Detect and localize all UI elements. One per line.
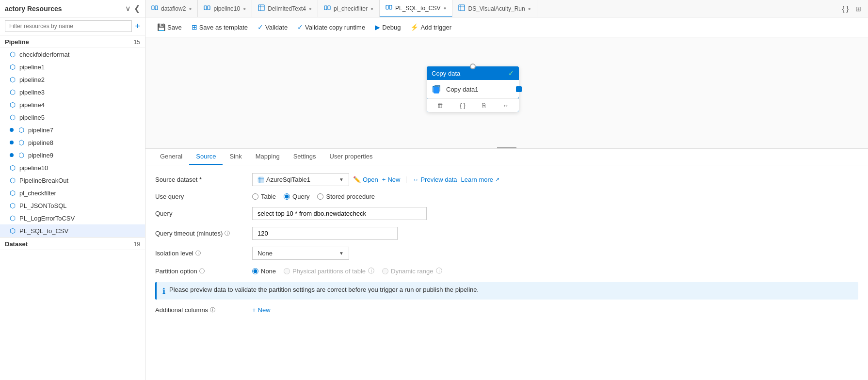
save-label: Save (167, 24, 182, 31)
filter-input[interactable] (5, 20, 132, 32)
open-dataset-button[interactable]: ✏️ Open (353, 176, 378, 183)
svg-rect-2 (204, 6, 207, 10)
copy-data-node[interactable]: Copy data ✓ Copy data1 🗑 { } ⎘ ↔ (427, 66, 519, 112)
pipeline-item[interactable]: ⬡ PipelineBreakOut (0, 174, 145, 187)
tab-general[interactable]: General (153, 149, 189, 165)
partition-option-row: Partition option ⓘ None Physical partiti… (155, 267, 858, 275)
tab-user-properties[interactable]: User properties (323, 149, 380, 165)
partition-physical[interactable]: Physical partitions of table ⓘ (284, 267, 374, 275)
validate-copy-button[interactable]: ✓ Validate copy runtime (293, 21, 369, 33)
save-template-button[interactable]: ⊞ Save as template (188, 21, 252, 33)
pipeline-name: PL_JSONToSQL (19, 202, 67, 209)
dot-indicator (10, 153, 14, 157)
node-delete-icon[interactable]: 🗑 (434, 101, 446, 110)
pipeline-item[interactable]: ⬡ pipeline1 (0, 61, 145, 73)
code-view-button[interactable]: { } (840, 4, 851, 14)
partition-dynamic-input[interactable] (382, 268, 388, 274)
debug-button[interactable]: ▶ Debug (371, 21, 404, 33)
pipeline-item[interactable]: ⬡ checkfolderformat (0, 48, 145, 61)
save-template-label: Save as template (199, 24, 248, 31)
tab-mapping[interactable]: Mapping (249, 149, 287, 165)
radio-table-input[interactable] (252, 193, 258, 200)
pipeline-item[interactable]: ⬡ PL_LogErrorToCSV (0, 212, 145, 224)
query-timeout-info-icon[interactable]: ⓘ (225, 230, 230, 237)
partition-option-label: Partition option ⓘ (155, 268, 252, 275)
isolation-level-info-icon[interactable]: ⓘ (195, 250, 201, 257)
pipeline-item[interactable]: ⬡ pipeline7 (0, 124, 145, 136)
collapse-left-icon[interactable]: ❮ (134, 4, 140, 13)
tab-ds-visualacuity-close[interactable]: ● (528, 6, 531, 11)
validate-copy-label: Validate copy runtime (305, 24, 365, 31)
tab-pipeline10-close[interactable]: ● (243, 6, 246, 11)
pipeline-item[interactable]: ⬡ pipeline8 (0, 136, 145, 149)
tab-dataflow2[interactable]: dataflow2 ● (145, 0, 198, 17)
learn-more-link[interactable]: Learn more ↗ (461, 176, 499, 183)
tab-source[interactable]: Source (189, 149, 223, 165)
tab-pl-sql-to-csv[interactable]: PL_SQL_to_CSV ● (380, 0, 452, 17)
node-clone-icon[interactable]: ⎘ (479, 101, 489, 110)
partition-none-input[interactable] (252, 268, 258, 274)
partition-physical-input[interactable] (284, 268, 290, 274)
info-bar-message: Please preview data to validate the part… (169, 286, 479, 293)
tab-pl-checkfilter[interactable]: pl_checkfilter ● (318, 0, 380, 17)
isolation-level-dropdown[interactable]: None ▼ (252, 247, 349, 260)
partition-none[interactable]: None (252, 268, 276, 275)
radio-stored-procedure[interactable]: Stored procedure (317, 193, 374, 200)
canvas-area[interactable]: Copy data ✓ Copy data1 🗑 { } ⎘ ↔ (145, 37, 868, 149)
tab-sink[interactable]: Sink (223, 149, 248, 165)
preview-data-button[interactable]: ↔ Preview data (412, 176, 457, 183)
main-area: dataflow2 ● pipeline10 ● DelimitedText4 … (145, 0, 868, 380)
pipeline-item[interactable]: ⬡ pipeline10 (0, 161, 145, 174)
pipeline-item-active[interactable]: ⬡ PL_SQL_to_CSV (0, 224, 145, 237)
radio-stored-procedure-input[interactable] (317, 193, 323, 200)
pipeline-item[interactable]: ⬡ pipeline4 (0, 98, 145, 111)
pipeline-section-header[interactable]: Pipeline 15 (0, 35, 145, 48)
partition-dynamic[interactable]: Dynamic range ⓘ (382, 267, 442, 275)
split-view-button[interactable]: ⊞ (853, 4, 863, 14)
source-dataset-dropdown[interactable]: AzureSqlTable1 ▼ (252, 173, 349, 186)
radio-query-input[interactable] (284, 193, 290, 200)
query-timeout-input[interactable] (252, 227, 398, 240)
pipeline-item[interactable]: ⬡ pipeline9 (0, 149, 145, 161)
additional-columns-row: Additional columns ⓘ + New (155, 306, 858, 314)
pipeline-item[interactable]: ⬡ PL_JSONToSQL (0, 199, 145, 212)
sidebar-title: actory Resources (5, 5, 62, 13)
collapse-icon[interactable]: ∨ (125, 4, 131, 13)
tab-pl-checkfilter-close[interactable]: ● (370, 6, 373, 11)
new-dataset-button[interactable]: + New (382, 176, 401, 183)
pipeline-item[interactable]: ⬡ pipeline2 (0, 73, 145, 86)
pipeline-icon: ⬡ (10, 88, 16, 96)
pipeline-icon: ⬡ (10, 63, 16, 71)
add-new-column-button[interactable]: + New (252, 306, 271, 314)
pipeline-item[interactable]: ⬡ pipeline5 (0, 111, 145, 124)
validate-button[interactable]: ✓ Validate (254, 21, 291, 33)
radio-query[interactable]: Query (284, 193, 309, 200)
add-resource-button[interactable]: + (135, 21, 140, 32)
partition-physical-info-icon[interactable]: ⓘ (368, 267, 374, 275)
tab-pl-sql-to-csv-close[interactable]: ● (443, 5, 446, 11)
tab-delimitedtext4[interactable]: DelimitedText4 ● (252, 0, 318, 17)
partition-option-info-icon[interactable]: ⓘ (199, 268, 205, 275)
tab-dataflow2-close[interactable]: ● (189, 6, 192, 11)
debug-label: Debug (382, 24, 401, 31)
node-title: Copy data (432, 70, 460, 77)
additional-columns-info-icon[interactable]: ⓘ (210, 306, 215, 314)
tab-pipeline10[interactable]: pipeline10 ● (198, 0, 252, 17)
tab-ds-visualacuity-icon (458, 4, 465, 13)
tab-ds-visualacuity[interactable]: DS_VisualAcuity_Run ● (452, 0, 537, 17)
svg-rect-4 (258, 5, 264, 11)
save-button[interactable]: 💾 Save (153, 21, 186, 33)
validate-icon: ✓ (257, 23, 263, 31)
radio-table[interactable]: Table (252, 193, 276, 200)
dataset-section-header[interactable]: Dataset 19 (0, 237, 145, 250)
pipeline-item[interactable]: ⬡ pipeline3 (0, 86, 145, 98)
pipeline-name: pipeline9 (28, 152, 53, 159)
node-link-icon[interactable]: ↔ (499, 101, 512, 110)
partition-dynamic-info-icon[interactable]: ⓘ (436, 267, 442, 275)
pipeline-item[interactable]: ⬡ pl_checkfilter (0, 187, 145, 199)
add-trigger-button[interactable]: ⚡ Add trigger (406, 21, 455, 33)
tab-delimitedtext4-close[interactable]: ● (309, 6, 312, 11)
tab-settings[interactable]: Settings (287, 149, 323, 165)
query-input[interactable] (252, 207, 427, 220)
node-code-icon[interactable]: { } (457, 101, 468, 110)
